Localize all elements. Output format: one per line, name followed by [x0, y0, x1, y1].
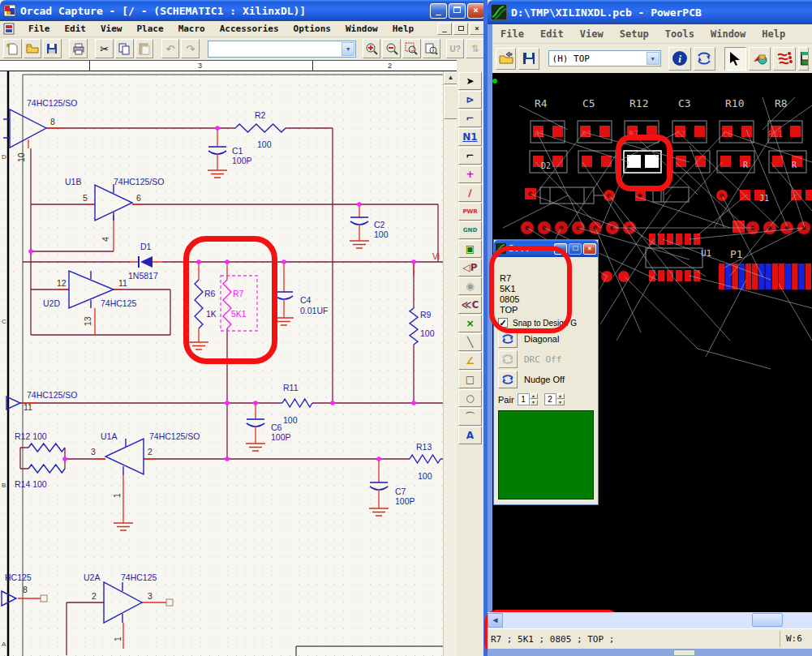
pcb-menu-tools[interactable]: Tools	[664, 27, 696, 41]
select-mode-button[interactable]	[724, 47, 746, 71]
resistor-symbol[interactable]	[223, 280, 231, 328]
new-button[interactable]	[3, 39, 22, 58]
pcb-open-button[interactable]	[496, 48, 516, 70]
pair2-spinner[interactable]: ▲▼	[556, 393, 565, 405]
panel-titlebar[interactable]: S... _ ×	[494, 240, 598, 257]
pcb-menu-file[interactable]: File	[499, 27, 526, 41]
scroll-left-icon[interactable]: ◄	[488, 613, 503, 628]
hierarchical-block-tool[interactable]: ▣	[458, 240, 482, 258]
hierarchical-port-tool[interactable]: ◁P	[458, 259, 482, 277]
rectangle-tool[interactable]: □	[458, 371, 482, 388]
pcb-save-button[interactable]	[518, 48, 539, 70]
nudge-off-button[interactable]	[498, 371, 518, 388]
board-preview[interactable]	[498, 410, 594, 500]
resistor-symbol[interactable]	[235, 124, 286, 132]
pcb-pad[interactable]	[676, 156, 686, 167]
chevron-down-icon[interactable]: ▼	[647, 52, 659, 65]
zoom-out-button[interactable]	[382, 39, 401, 58]
p1-connector-pad[interactable]	[792, 264, 797, 289]
resistor-symbol[interactable]	[28, 465, 65, 473]
line-tool[interactable]: ╲	[458, 333, 482, 351]
pcb-menu-view[interactable]: View	[578, 27, 605, 41]
pcb-titlebar[interactable]: D:\TMP\XILINXDL.pcb - PowerPCB	[488, 0, 812, 24]
pcb-pad[interactable]	[582, 156, 592, 167]
pcb-menu-window[interactable]: Window	[709, 27, 747, 41]
off-page-connector-tool[interactable]: ≪C	[458, 296, 482, 314]
arc-tool[interactable]: ⌒	[458, 408, 482, 426]
p1-connector-pad[interactable]	[745, 264, 751, 289]
pcb-hscrollbar[interactable]: ◄	[488, 612, 812, 628]
p1-connector-pad[interactable]	[772, 264, 778, 289]
pcb-menu-help[interactable]: Help	[760, 27, 787, 41]
p1-connector-pad[interactable]	[806, 264, 811, 289]
mdi-close-button[interactable]: ×	[470, 23, 484, 35]
orcad-menu-accessories[interactable]: Accessories	[218, 22, 281, 36]
p1-connector-pad[interactable]	[765, 264, 771, 289]
cut-button[interactable]: ✂	[95, 39, 114, 58]
pcb-pad[interactable]	[647, 126, 657, 137]
orcad-menu-view[interactable]: View	[99, 22, 124, 36]
place-ground-tool[interactable]: GND	[458, 221, 482, 239]
copy-button[interactable]	[115, 39, 134, 58]
resistor-symbol[interactable]	[282, 399, 312, 407]
route-toolbox-button[interactable]	[773, 47, 795, 71]
pcb-pad[interactable]	[552, 126, 563, 137]
pair1-spinner[interactable]: ▲▼	[530, 393, 538, 405]
orcad-menu-window[interactable]: Window	[344, 22, 380, 36]
pcb-pad[interactable]	[694, 126, 705, 137]
snap-checkbox[interactable]: ✓	[498, 318, 508, 328]
scrollbar-thumb[interactable]	[444, 85, 458, 119]
pcb-pad[interactable]	[720, 156, 731, 167]
pcb-pad[interactable]	[599, 126, 610, 137]
place-part-tool[interactable]: ⊳	[458, 91, 482, 109]
design-toolbox-button[interactable]	[749, 47, 771, 71]
net-alias-tool[interactable]: N1	[458, 128, 482, 146]
undo-button[interactable]: ↶	[161, 39, 180, 58]
drc-off-button[interactable]	[498, 350, 518, 368]
select-tool[interactable]: ➤	[458, 72, 482, 90]
ellipse-tool[interactable]: ○	[458, 389, 482, 407]
orcad-titlebar[interactable]: Orcad Capture - [/ - (SCHEMATIC1 : Xilin…	[0, 0, 488, 21]
zoom-all-button[interactable]	[423, 39, 441, 58]
selected-pad[interactable]	[645, 155, 659, 168]
chevron-down-icon[interactable]: ▼	[342, 42, 354, 56]
resistor-symbol[interactable]	[195, 280, 203, 328]
hierarchical-pin-tool[interactable]: ◉	[458, 277, 482, 295]
minimize-button[interactable]: _	[430, 3, 447, 19]
mdi-minimize-button[interactable]: _	[437, 23, 452, 35]
p1-connector-pad[interactable]	[798, 264, 804, 289]
info-button[interactable]: i	[668, 47, 690, 71]
paste-button[interactable]	[135, 39, 154, 58]
pair2-input[interactable]: 2	[544, 393, 556, 405]
drafting-toolbox-button[interactable]	[798, 47, 809, 71]
print-button[interactable]	[69, 39, 88, 58]
p1-connector-pad[interactable]	[719, 264, 724, 289]
pcb-pad[interactable]	[790, 126, 801, 137]
p1-connector-pad[interactable]	[785, 264, 791, 289]
diagonal-button[interactable]	[498, 330, 518, 348]
panel-minimize-button[interactable]: _	[554, 243, 567, 255]
orcad-menu-options[interactable]: Options	[292, 22, 333, 36]
panel-close-button[interactable]: ×	[583, 243, 596, 255]
p1-connector-pad[interactable]	[752, 264, 758, 289]
annotate-button[interactable]: U?	[446, 39, 465, 58]
pcb-pad[interactable]	[772, 156, 783, 167]
place-junction-tool[interactable]: +	[458, 165, 482, 183]
orcad-menu-file[interactable]: File	[27, 22, 52, 36]
layer-combo[interactable]: (H) TOP ▼	[548, 50, 661, 66]
orcad-menu-edit[interactable]: Edit	[63, 22, 88, 36]
maximize-button[interactable]	[449, 3, 466, 19]
scrollbar-thumb[interactable]	[752, 613, 783, 627]
find-combo[interactable]: ▼	[208, 41, 357, 58]
scroll-up-icon[interactable]: ▲	[444, 71, 458, 84]
zoom-area-button[interactable]	[402, 39, 421, 58]
resistor-symbol[interactable]	[410, 308, 418, 345]
place-wire-tool[interactable]: ⌐	[458, 109, 482, 127]
polyline-tool[interactable]: ∠	[458, 352, 482, 370]
bus-entry-tool[interactable]: ∕	[458, 184, 482, 202]
text-tool[interactable]: A	[458, 427, 482, 444]
orcad-menu-macro[interactable]: Macro	[177, 22, 207, 36]
place-power-tool[interactable]: PWR	[458, 203, 482, 221]
place-bus-tool[interactable]: ⌐	[458, 147, 482, 165]
update-properties-button[interactable]: ⇅	[466, 39, 484, 58]
